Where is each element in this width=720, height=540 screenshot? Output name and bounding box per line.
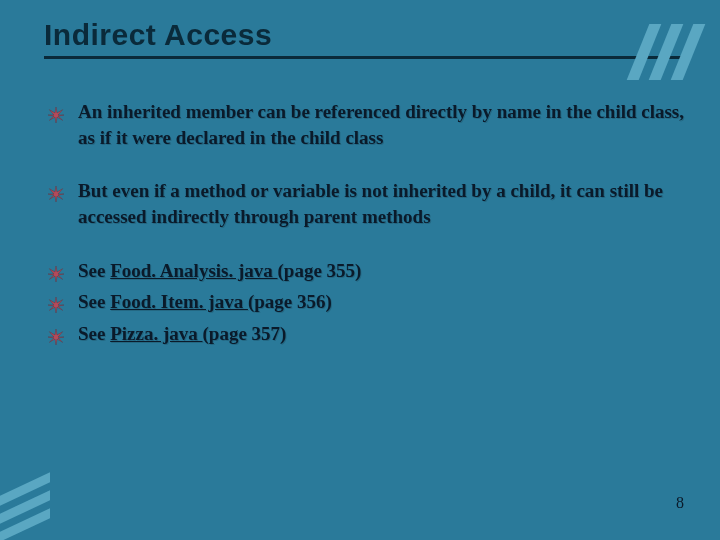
bullet-text: See Pizza. java (page 357) — [78, 321, 690, 347]
file-link: Food. Item. java — [110, 291, 248, 312]
bullet-text: See Food. Item. java (page 356) — [78, 289, 690, 315]
bullet-suffix: (page 355) — [278, 260, 362, 281]
svg-marker-1 — [48, 186, 64, 202]
bullet-list: An inherited member can be referenced di… — [44, 99, 690, 346]
bullet-item: See Food. Item. java (page 356) — [48, 289, 690, 315]
bullet-text: But even if a method or variable is not … — [78, 178, 690, 229]
bullet-text: See Food. Analysis. java (page 355) — [78, 258, 690, 284]
bullet-item: But even if a method or variable is not … — [48, 178, 690, 229]
file-link: Food. Analysis. java — [110, 260, 277, 281]
bullet-suffix: (page 356) — [248, 291, 332, 312]
file-link: Pizza. java — [110, 323, 202, 344]
bullet-item: See Pizza. java (page 357) — [48, 321, 690, 347]
decorative-stripes-bottom-left — [0, 484, 50, 530]
starburst-icon — [48, 294, 64, 310]
bullet-text: An inherited member can be referenced di… — [78, 99, 690, 150]
svg-marker-4 — [48, 329, 64, 345]
svg-marker-0 — [48, 107, 64, 123]
svg-marker-2 — [48, 266, 64, 282]
bullet-prefix: See — [78, 291, 110, 312]
decorative-stripes-top-right — [638, 24, 694, 80]
starburst-icon — [48, 104, 64, 120]
page-number: 8 — [676, 494, 684, 512]
slide-title: Indirect Access — [44, 18, 690, 52]
bullet-prefix: See — [78, 260, 110, 281]
starburst-icon — [48, 326, 64, 342]
starburst-icon — [48, 183, 64, 199]
bullet-item: See Food. Analysis. java (page 355) — [48, 258, 690, 284]
bullet-item: An inherited member can be referenced di… — [48, 99, 690, 150]
slide: Indirect Access An inherited member can … — [0, 0, 720, 540]
bullet-suffix: (page 357) — [203, 323, 287, 344]
title-underline — [44, 56, 684, 59]
bullet-prefix: See — [78, 323, 110, 344]
svg-marker-3 — [48, 297, 64, 313]
starburst-icon — [48, 263, 64, 279]
